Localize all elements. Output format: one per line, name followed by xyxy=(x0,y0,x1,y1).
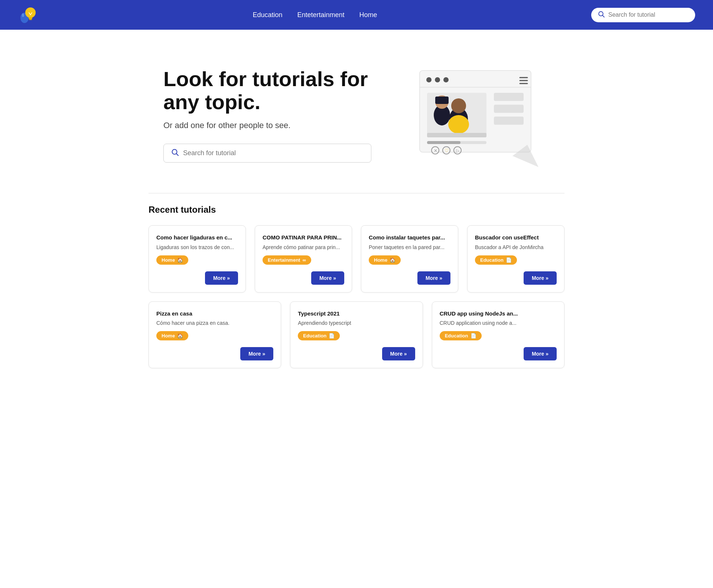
tutorial-card-6: Typescript 2021 Aprendiendo typescript E… xyxy=(290,301,423,369)
svg-point-14 xyxy=(443,77,449,82)
svg-text:▷: ▷ xyxy=(456,148,460,153)
navbar: Education Entetertainment Home xyxy=(0,0,713,30)
svg-rect-27 xyxy=(494,93,524,101)
tag-icon: ∞ xyxy=(302,257,306,263)
svg-point-13 xyxy=(435,77,440,82)
more-button[interactable]: More » xyxy=(524,347,557,360)
recent-section: Recent tutorials Como hacer ligaduras en… xyxy=(134,193,579,391)
svg-rect-29 xyxy=(494,117,524,125)
svg-rect-3 xyxy=(29,19,32,20)
hero-illustration: ✕ ♡ ▷ xyxy=(401,59,550,171)
card-tag: Entertainment ∞ xyxy=(263,255,311,265)
navbar-search-input[interactable] xyxy=(608,12,688,18)
card-desc: Buscador a API de JonMircha xyxy=(475,244,557,250)
card-tag: Home 🏠 xyxy=(156,331,188,340)
tag-label: Home xyxy=(374,257,387,263)
logo-icon xyxy=(18,4,39,25)
card-footer: More » xyxy=(263,271,344,285)
nav-entertainment[interactable]: Entetertainment xyxy=(297,11,344,19)
svg-rect-28 xyxy=(494,105,524,113)
card-footer: More » xyxy=(369,271,450,285)
tag-icon: 🏠 xyxy=(390,257,395,263)
svg-text:♡: ♡ xyxy=(445,148,449,153)
svg-line-8 xyxy=(603,15,605,17)
svg-point-6 xyxy=(22,13,24,17)
section-divider xyxy=(149,193,564,193)
svg-line-10 xyxy=(176,154,178,156)
card-tag: Home 🏠 xyxy=(369,255,401,265)
tutorial-card-4: Buscador con useEffect Buscador a API de… xyxy=(467,225,564,293)
svg-point-24 xyxy=(448,115,469,134)
tutorial-card-1: Como hacer ligaduras en c... Ligaduras s… xyxy=(149,225,246,293)
card-tag: Education 📄 xyxy=(475,255,517,265)
card-footer: More » xyxy=(475,271,557,285)
card-tag: Education 📄 xyxy=(440,331,482,340)
card-title: Pizza en casa xyxy=(156,310,273,317)
nav-home[interactable]: Home xyxy=(359,11,377,19)
cards-row-1: Como hacer ligaduras en c... Ligaduras s… xyxy=(149,225,564,293)
card-tag: Home 🏠 xyxy=(156,255,188,265)
recent-title: Recent tutorials xyxy=(149,205,564,215)
logo[interactable] xyxy=(18,4,39,25)
card-title: Como hacer ligaduras en c... xyxy=(156,234,238,241)
hero-text: Look for tutorials for any topic. Or add… xyxy=(163,68,386,163)
tutorial-card-7: CRUD app using NodeJs an... CRUD applica… xyxy=(432,301,564,369)
svg-rect-26 xyxy=(427,133,486,137)
navbar-search-box xyxy=(591,8,695,22)
card-footer: More » xyxy=(156,347,273,360)
tutorial-card-5: Pizza en casa Cómo hacer una pizza en ca… xyxy=(149,301,281,369)
tag-label: Home xyxy=(162,257,175,263)
tag-icon: 🏠 xyxy=(177,333,183,339)
svg-rect-22 xyxy=(435,97,449,104)
cards-row-2: Pizza en casa Cómo hacer una pizza en ca… xyxy=(149,301,564,369)
svg-text:✕: ✕ xyxy=(434,148,437,153)
navbar-links: Education Entetertainment Home xyxy=(253,11,377,19)
more-button[interactable]: More » xyxy=(311,271,344,285)
more-button[interactable]: More » xyxy=(205,271,238,285)
card-desc: Aprendiendo typescript xyxy=(298,320,415,326)
card-title: COMO PATINAR PARA PRIN... xyxy=(263,234,344,241)
tag-label: Education xyxy=(480,257,504,263)
card-desc: Ligaduras son los trazos de con... xyxy=(156,244,238,250)
hero-search-input[interactable] xyxy=(183,149,364,157)
tag-label: Education xyxy=(445,333,468,339)
svg-point-12 xyxy=(426,77,432,82)
card-desc: Cómo hacer una pizza en casa. xyxy=(156,320,273,326)
card-footer: More » xyxy=(440,347,557,360)
card-title: Typescript 2021 xyxy=(298,310,415,317)
card-tag: Education 📄 xyxy=(298,331,340,340)
tag-icon: 📄 xyxy=(471,333,476,339)
hero-title: Look for tutorials for any topic. xyxy=(163,68,386,113)
card-footer: More » xyxy=(298,347,415,360)
card-desc: Poner taquetes en la pared par... xyxy=(369,244,450,250)
svg-rect-31 xyxy=(427,141,460,144)
tag-icon: 📄 xyxy=(506,257,512,263)
tutorial-card-2: COMO PATINAR PARA PRIN... Aprende cómo p… xyxy=(255,225,352,293)
card-title: Buscador con useEffect xyxy=(475,234,557,241)
more-button[interactable]: More » xyxy=(417,271,450,285)
search-icon xyxy=(598,11,605,19)
card-title: CRUD app using NodeJs an... xyxy=(440,310,557,317)
more-button[interactable]: More » xyxy=(524,271,557,285)
tag-icon: 🏠 xyxy=(177,257,183,263)
card-desc: CRUD application using node a... xyxy=(440,320,557,326)
nav-education[interactable]: Education xyxy=(253,11,282,19)
tag-label: Home xyxy=(162,333,175,339)
hero-section: Look for tutorials for any topic. Or add… xyxy=(134,30,579,193)
tutorial-card-3: Como instalar taquetes par... Poner taqu… xyxy=(361,225,458,293)
search-icon-hero xyxy=(171,148,179,158)
hero-search-box xyxy=(163,144,371,163)
more-button[interactable]: More » xyxy=(382,347,415,360)
card-desc: Aprende cómo patinar para prin... xyxy=(263,244,344,250)
illustration-svg: ✕ ♡ ▷ xyxy=(405,59,546,171)
svg-point-25 xyxy=(451,98,466,113)
more-button[interactable]: More » xyxy=(240,347,273,360)
svg-rect-2 xyxy=(29,17,32,19)
card-footer: More » xyxy=(156,271,238,285)
card-title: Como instalar taquetes par... xyxy=(369,234,450,241)
tag-icon: 📄 xyxy=(329,333,335,339)
hero-subtitle: Or add one for other people to see. xyxy=(163,121,386,130)
svg-point-1 xyxy=(25,7,36,18)
tag-label: Entertainment xyxy=(268,257,300,263)
tag-label: Education xyxy=(303,333,326,339)
